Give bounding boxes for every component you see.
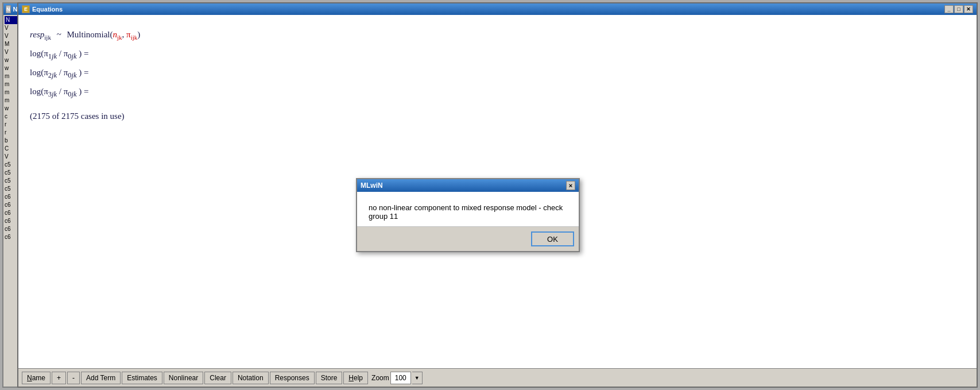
name-button-rest: ame bbox=[32, 374, 45, 382]
equation-log3-line: log(π3jk / π0jk ) = bbox=[30, 84, 965, 100]
name-button-label: N bbox=[27, 374, 32, 382]
log2-text: log(π bbox=[30, 68, 48, 77]
zoom-label: Zoom bbox=[371, 374, 389, 382]
store-button[interactable]: Store bbox=[316, 372, 343, 384]
equations-window-title: Equations bbox=[32, 6, 63, 13]
names-window-icon: N bbox=[6, 5, 11, 13]
responses-button[interactable]: Responses bbox=[270, 372, 315, 384]
dialog-footer: OK bbox=[357, 226, 579, 251]
n-subscript: jk bbox=[117, 34, 122, 41]
log2-num-sub: 2jk bbox=[48, 71, 57, 79]
log3-suffix: ) = bbox=[79, 87, 88, 96]
log2-den-sub: 0jk bbox=[68, 71, 76, 79]
help-button[interactable]: Help bbox=[343, 372, 368, 384]
close-paren: ) bbox=[137, 30, 140, 39]
equation-log1-line: log(π1jk / π0jk ) = bbox=[30, 47, 965, 62]
zoom-input[interactable] bbox=[390, 372, 411, 384]
equations-maximize-btn[interactable]: □ bbox=[954, 5, 963, 13]
equations-window-icon: E bbox=[22, 5, 30, 13]
dialog-titlebar: MLwiN × bbox=[357, 179, 579, 192]
add-term-button[interactable]: Add Term bbox=[81, 372, 121, 384]
pi-red-text: π bbox=[126, 30, 131, 39]
log2-suffix: ) = bbox=[79, 68, 88, 77]
dialog-close-button[interactable]: × bbox=[566, 181, 575, 190]
resp-subscript: ijk bbox=[44, 34, 51, 41]
log1-slash: / π bbox=[59, 49, 68, 58]
help-rest: elp bbox=[354, 374, 363, 382]
equations-toolbar: Name + - Add Term Estimates Nonlinear Cl… bbox=[18, 368, 977, 387]
zoom-dropdown[interactable]: ▼ bbox=[412, 372, 423, 384]
pi-subscript: ijk bbox=[131, 34, 138, 41]
equation-resp-line: respijk ~ Multinomial(njk, πijk) bbox=[30, 28, 965, 43]
log1-suffix: ) = bbox=[79, 49, 88, 58]
log1-text: log(π bbox=[30, 49, 48, 58]
help-underline: H bbox=[348, 374, 354, 382]
clear-button[interactable]: Clear bbox=[204, 372, 231, 384]
dialog-body: no non-linear component to mixed respons… bbox=[357, 192, 579, 226]
estimates-button[interactable]: Estimates bbox=[122, 372, 162, 384]
dialog-ok-button[interactable]: OK bbox=[531, 231, 574, 246]
log3-text: log(π bbox=[30, 87, 48, 96]
log1-den-sub: 0jk bbox=[68, 52, 76, 60]
log3-den-sub: 0jk bbox=[68, 90, 76, 98]
dialog-message: no non-linear component to mixed respons… bbox=[369, 203, 567, 221]
log1-num-sub: 1jk bbox=[48, 52, 57, 60]
n-red-text: n bbox=[113, 30, 118, 39]
log2-slash: / π bbox=[59, 68, 68, 77]
mlwin-dialog: MLwiN × no non-linear component to mixed… bbox=[356, 178, 580, 252]
log3-num-sub: 3jk bbox=[48, 90, 57, 98]
equations-minimize-btn[interactable]: _ bbox=[944, 5, 954, 13]
plus-button[interactable]: + bbox=[52, 372, 66, 384]
resp-text: resp bbox=[30, 30, 44, 39]
cases-text: (2175 of 2175 cases in use) bbox=[30, 111, 965, 121]
tilde-symbol: ~ bbox=[57, 30, 61, 39]
equation-log2-line: log(π2jk / π0jk ) = bbox=[30, 65, 965, 81]
nonlinear-button[interactable]: Nonlinear bbox=[164, 372, 203, 384]
equations-close-btn[interactable]: ✕ bbox=[964, 5, 973, 13]
equations-titlebar: E Equations _ □ ✕ bbox=[18, 3, 977, 15]
multinomial-text: Multinomial( bbox=[67, 30, 113, 39]
equations-window-controls: _ □ ✕ bbox=[944, 5, 973, 13]
comma-text: , bbox=[122, 30, 125, 39]
minus-button[interactable]: - bbox=[67, 372, 80, 384]
name-button[interactable]: Name bbox=[22, 372, 51, 384]
log3-slash: / π bbox=[59, 87, 68, 96]
dialog-title: MLwiN bbox=[361, 182, 383, 190]
notation-button[interactable]: Notation bbox=[233, 372, 269, 384]
